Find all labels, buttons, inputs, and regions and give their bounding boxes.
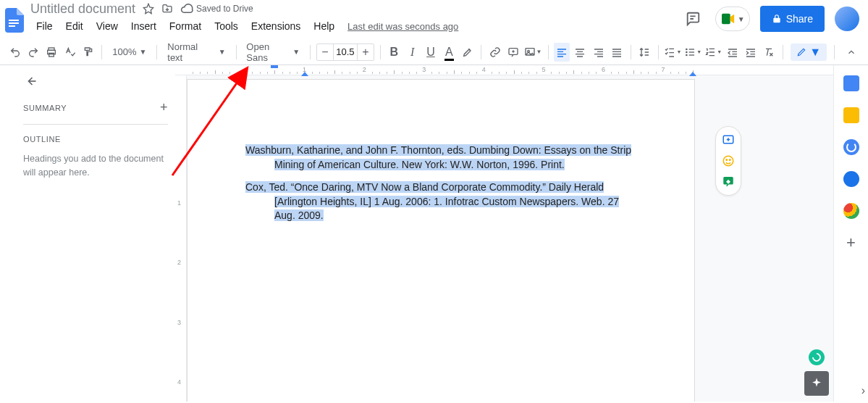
first-line-indent-marker[interactable] <box>271 65 278 68</box>
menu-format[interactable]: Format <box>164 19 207 33</box>
underline-button[interactable]: U <box>423 43 438 62</box>
horizontal-ruler[interactable]: 1234567 <box>175 65 833 75</box>
svg-rect-2 <box>9 25 15 27</box>
cloud-status-text: Saved to Drive <box>196 4 253 14</box>
align-left-button[interactable] <box>554 43 569 62</box>
highlight-button[interactable] <box>460 43 475 62</box>
side-panel: + <box>833 65 868 402</box>
add-emoji-icon[interactable] <box>722 154 735 167</box>
menu-extensions[interactable]: Extensions <box>245 19 306 33</box>
outline-empty-text: Headings you add to the document will ap… <box>23 152 168 180</box>
paragraph[interactable]: Cox, Ted. “Once Daring, MTV Now a Bland … <box>245 180 636 223</box>
calendar-addon-icon[interactable] <box>843 75 859 91</box>
explore-button[interactable] <box>804 371 829 396</box>
checklist-button[interactable]: ▼ <box>664 43 681 62</box>
menu-file[interactable]: File <box>30 19 59 33</box>
v-ruler-label: 1 <box>177 199 181 207</box>
font-dropdown[interactable]: Open Sans▼ <box>242 43 304 62</box>
font-size-value[interactable]: 10.5 <box>333 44 358 60</box>
svg-point-9 <box>686 48 688 50</box>
caret-down-icon: ▼ <box>219 48 226 56</box>
line-spacing-button[interactable] <box>636 43 652 62</box>
last-edit-link[interactable]: Last edit was seconds ago <box>347 21 458 32</box>
keep-addon-icon[interactable] <box>843 107 859 123</box>
svg-point-16 <box>723 156 733 166</box>
increase-indent-button[interactable] <box>743 43 759 62</box>
decrease-indent-button[interactable] <box>725 43 740 62</box>
menu-view[interactable]: View <box>90 19 124 33</box>
docs-logo[interactable] <box>0 6 29 35</box>
add-comment-button[interactable] <box>505 43 521 62</box>
left-indent-marker[interactable] <box>301 72 308 76</box>
cloud-saved-icon[interactable]: Saved to Drive <box>180 4 253 14</box>
add-comment-icon[interactable] <box>722 134 735 147</box>
outline-panel: SUMMARY + OUTLINE Headings you add to th… <box>14 65 175 402</box>
print-button[interactable] <box>44 43 59 62</box>
align-right-button[interactable] <box>591 43 606 62</box>
ruler-label: 5 <box>542 66 545 73</box>
account-avatar[interactable] <box>835 7 859 31</box>
document-page[interactable]: Washburn, Katharine, and John F. Thornto… <box>187 79 695 402</box>
svg-point-11 <box>686 54 688 56</box>
contacts-addon-icon[interactable] <box>843 171 859 187</box>
add-summary-button[interactable]: + <box>160 100 168 115</box>
share-button[interactable]: Share <box>760 6 825 32</box>
svg-point-17 <box>726 159 728 161</box>
svg-rect-14 <box>689 54 694 55</box>
ruler-label: 2 <box>363 66 366 73</box>
menu-edit[interactable]: Edit <box>60 19 89 33</box>
suggest-edits-icon[interactable] <box>722 175 735 188</box>
menu-insert[interactable]: Insert <box>125 19 162 33</box>
star-icon[interactable] <box>143 3 154 14</box>
grammarly-icon[interactable] <box>809 349 825 365</box>
paragraph[interactable]: Washburn, Katharine, and John F. Thornto… <box>245 144 636 172</box>
svg-rect-0 <box>9 20 19 21</box>
hide-side-panel-button[interactable]: › <box>861 384 865 397</box>
zoom-dropdown[interactable]: 100%▼ <box>108 43 151 62</box>
toolbar: 100%▼ Normal text▼ Open Sans▼ − 10.5 + B… <box>0 39 868 65</box>
vertical-ruler[interactable]: 1234 <box>175 75 187 402</box>
share-label: Share <box>786 13 813 25</box>
text-color-button[interactable]: A <box>442 43 457 62</box>
ruler-label: 4 <box>482 66 486 73</box>
align-center-button[interactable] <box>573 43 588 62</box>
menu-help[interactable]: Help <box>308 19 340 33</box>
editing-mode-button[interactable]: ▼ <box>791 43 827 61</box>
decrease-font-button[interactable]: − <box>317 46 333 59</box>
svg-rect-12 <box>689 49 694 49</box>
styles-dropdown[interactable]: Normal text▼ <box>163 43 229 62</box>
document-title[interactable]: Untitled document <box>30 1 135 17</box>
insert-image-button[interactable]: ▼ <box>524 43 542 62</box>
menu-tools[interactable]: Tools <box>208 19 244 33</box>
collapse-toolbar-button[interactable] <box>842 43 861 62</box>
insert-link-button[interactable] <box>487 43 502 62</box>
comment-history-button[interactable] <box>681 7 705 31</box>
clear-formatting-button[interactable] <box>762 43 777 62</box>
spellcheck-button[interactable] <box>62 43 77 62</box>
bold-button[interactable]: B <box>387 43 402 62</box>
increase-font-button[interactable]: + <box>358 46 374 59</box>
outline-back-button[interactable] <box>23 74 168 88</box>
ruler-label: 7 <box>662 66 665 73</box>
ruler-label: 3 <box>422 66 426 73</box>
align-justify-button[interactable] <box>609 43 624 62</box>
move-icon[interactable] <box>161 3 173 14</box>
svg-point-10 <box>686 51 688 53</box>
numbered-list-button[interactable]: ▼ <box>704 43 722 62</box>
italic-button[interactable]: I <box>405 43 420 62</box>
svg-rect-1 <box>9 22 19 24</box>
font-size-stepper[interactable]: − 10.5 + <box>316 43 374 61</box>
v-ruler-label: 3 <box>177 319 181 326</box>
get-addons-button[interactable]: + <box>846 235 856 251</box>
svg-rect-13 <box>689 51 694 52</box>
tasks-addon-icon[interactable] <box>843 139 859 155</box>
caret-down-icon: ▼ <box>292 48 300 56</box>
redo-button[interactable] <box>25 43 41 62</box>
summary-heading: SUMMARY <box>23 104 67 112</box>
paint-format-button[interactable] <box>80 43 96 62</box>
right-indent-marker[interactable] <box>689 72 696 76</box>
undo-button[interactable] <box>7 43 22 62</box>
bulleted-list-button[interactable]: ▼ <box>684 43 701 62</box>
meet-button[interactable]: ▼ <box>715 7 750 31</box>
maps-addon-icon[interactable] <box>843 203 859 219</box>
